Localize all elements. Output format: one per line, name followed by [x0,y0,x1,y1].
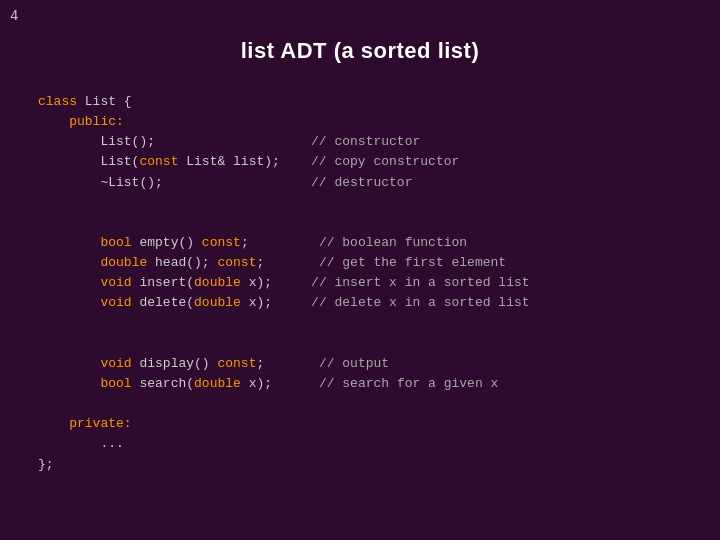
slide-title: list ADT (a sorted list) [0,38,720,64]
slide-number: 4 [10,8,18,24]
code-pre: class List { public: List(); // construc… [38,92,720,475]
code-content: class List { public: List(); // construc… [0,92,720,475]
